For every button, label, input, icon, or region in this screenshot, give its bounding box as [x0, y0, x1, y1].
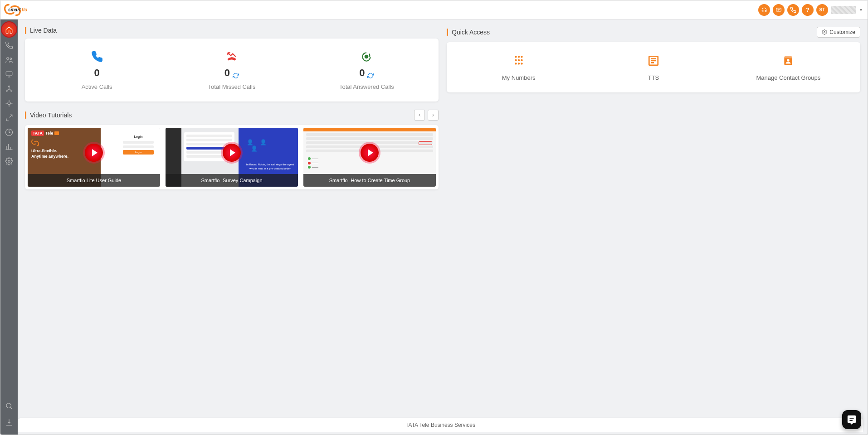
svg-point-15	[521, 56, 522, 58]
svg-rect-2	[776, 8, 781, 11]
svg-text:flo: flo	[22, 7, 27, 12]
live-answered-calls-value: 0	[359, 67, 365, 79]
sidebar-item-download[interactable]	[1, 416, 17, 429]
answered-call-icon	[299, 50, 434, 63]
footer-text: TATA Tele Business Services	[405, 422, 475, 428]
qa-label-contact-groups: Manage Contact Groups	[721, 74, 856, 81]
pager-prev-button[interactable]	[414, 110, 425, 121]
svg-point-17	[517, 59, 519, 61]
quick-access-card: My Numbers TTS Manage Contact Groups	[447, 42, 860, 92]
svg-point-7	[6, 90, 7, 92]
live-missed-calls-label: Total Missed Calls	[164, 83, 299, 90]
live-missed-calls-value: 0	[224, 67, 230, 79]
video-title-3: Smartflo- How to Create Time Group	[303, 174, 436, 187]
live-active-calls: 0 Active Calls	[29, 50, 164, 90]
svg-point-8	[11, 90, 12, 92]
qa-item-tts[interactable]: TTS	[586, 53, 721, 81]
headset-icon[interactable]	[758, 4, 770, 16]
svg-point-3	[7, 58, 9, 60]
chevron-down-icon[interactable]: ▾	[860, 7, 862, 12]
svg-point-21	[521, 63, 522, 64]
customize-button[interactable]: Customize	[817, 27, 860, 38]
sidebar-item-contacts[interactable]	[1, 53, 17, 67]
refresh-icon[interactable]	[367, 70, 374, 76]
svg-point-25	[787, 59, 790, 61]
sidebar-item-calls[interactable]	[1, 39, 17, 52]
dial-pad-icon	[451, 53, 586, 68]
user-name-redacted	[831, 6, 856, 14]
svg-point-6	[9, 86, 10, 87]
missed-call-icon	[164, 50, 299, 63]
video-card-2[interactable]: 👤 👤 👤 In Round Robin, the call rings the…	[166, 128, 298, 187]
pager-next-button[interactable]	[428, 110, 439, 121]
chat-fab[interactable]	[842, 410, 861, 429]
brand-logo[interactable]: smart flo	[3, 2, 40, 18]
sidebar-item-settings[interactable]	[1, 155, 17, 168]
message-icon[interactable]	[773, 4, 785, 16]
live-active-calls-value: 0	[94, 67, 100, 79]
phone-icon	[29, 50, 164, 63]
svg-point-19	[515, 63, 517, 64]
main-content: Live Data 0 Active Calls 0	[18, 19, 868, 435]
refresh-icon[interactable]	[233, 70, 239, 76]
sidebar	[0, 19, 18, 435]
svg-point-18	[521, 59, 522, 61]
video-title-2: Smartflo- Survey Campaign	[166, 174, 298, 187]
top-actions: ? ST ▾	[758, 4, 862, 16]
video-tutorials-title: Video Tutorials	[25, 111, 72, 119]
svg-point-10	[6, 403, 11, 408]
top-bar: smart flo ? ST ▾	[0, 0, 868, 19]
svg-rect-24	[785, 56, 792, 58]
video-title-1: Smartflo Lite User Guide	[28, 174, 160, 187]
call-icon[interactable]	[787, 4, 799, 16]
sidebar-item-network[interactable]	[1, 82, 17, 96]
svg-point-4	[10, 58, 12, 60]
help-icon[interactable]: ?	[802, 4, 814, 16]
sidebar-item-search[interactable]	[1, 399, 17, 413]
sidebar-item-reports[interactable]	[1, 126, 17, 139]
sidebar-item-home[interactable]	[1, 22, 17, 38]
qa-item-my-numbers[interactable]: My Numbers	[451, 53, 586, 81]
footer: TATA Tele Business Services	[18, 418, 863, 432]
sidebar-item-integrations[interactable]	[1, 97, 17, 110]
sidebar-item-inbound[interactable]	[1, 111, 17, 125]
svg-rect-5	[6, 72, 12, 76]
video-card-3[interactable]: —— —— —— Smartflo- How to Create Time Gr…	[303, 128, 436, 187]
svg-point-12	[824, 32, 825, 33]
user-avatar[interactable]: ST	[816, 4, 828, 16]
qa-label-tts: TTS	[586, 74, 721, 81]
quick-access-title: Quick Access	[447, 29, 490, 36]
svg-point-13	[515, 56, 517, 58]
video-card-1[interactable]: TATA Tele Ultra-flexible. Anytime anywhe…	[28, 128, 160, 187]
video-pager	[414, 110, 439, 121]
live-data-card: 0 Active Calls 0 Total Missed Calls	[25, 39, 439, 102]
qa-label-my-numbers: My Numbers	[451, 74, 586, 81]
video-grid: TATA Tele Ultra-flexible. Anytime anywhe…	[25, 125, 439, 189]
svg-text:smart: smart	[8, 7, 21, 12]
svg-point-11	[365, 55, 368, 58]
svg-point-9	[8, 160, 10, 163]
qa-item-contact-groups[interactable]: Manage Contact Groups	[721, 53, 856, 81]
live-missed-calls: 0 Total Missed Calls	[164, 50, 299, 90]
list-box-icon	[586, 53, 721, 68]
svg-point-20	[517, 63, 519, 64]
sidebar-item-monitor[interactable]	[1, 68, 17, 81]
contact-book-icon	[721, 53, 856, 68]
live-answered-calls-label: Total Answered Calls	[299, 83, 434, 90]
play-icon	[223, 144, 241, 162]
svg-point-14	[517, 56, 519, 58]
play-icon	[85, 144, 103, 162]
live-active-calls-label: Active Calls	[29, 83, 164, 90]
live-data-title: Live Data	[25, 27, 57, 34]
svg-point-16	[515, 59, 517, 61]
live-answered-calls: 0 Total Answered Calls	[299, 50, 434, 90]
play-icon	[361, 144, 379, 162]
sidebar-item-analytics[interactable]	[1, 140, 17, 154]
